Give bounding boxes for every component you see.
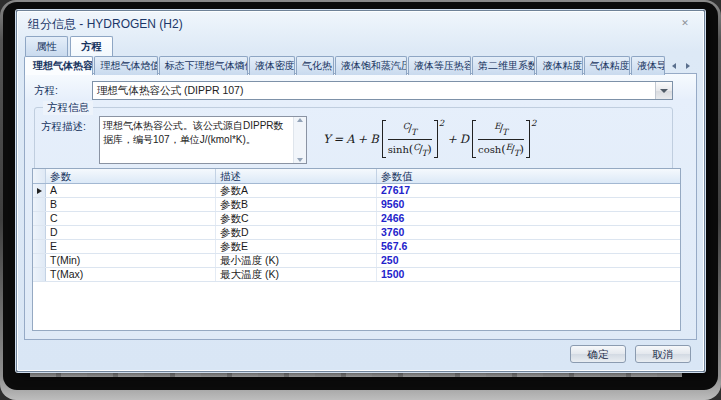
table-row[interactable]: A 参数A 27617 <box>33 184 680 198</box>
main-tab-strip: 属性 方程 <box>25 36 115 56</box>
chevron-down-icon <box>660 89 668 93</box>
component-info-dialog: 组分信息 - HYDROGEN (H2) ✕ 属性 方程 理想气体热容 理想气体… <box>16 10 705 372</box>
value-cell[interactable]: 250 <box>377 254 680 267</box>
header-param: 参数 <box>46 169 216 183</box>
tab-scroll-right-icon[interactable] <box>683 59 694 72</box>
equation-info-group: 方程信息 方程描述: 理想气体热容公式。该公式源自DIPPR数据库，编号107，… <box>34 107 673 171</box>
table-row[interactable]: E 参数E 567.6 <box>33 240 680 254</box>
equation-select[interactable]: 理想气体热容公式 (DIPPR 107) <box>92 81 673 100</box>
row-selector[interactable] <box>33 198 46 211</box>
row-selector[interactable] <box>33 254 46 267</box>
subtab-standard-ideal-gas-entropy[interactable]: 标态下理想气体熵值 <box>159 56 248 75</box>
titlebar[interactable]: 组分信息 - HYDROGEN (H2) ✕ <box>17 11 704 35</box>
table-empty-area <box>33 282 680 330</box>
subtab-second-virial-coefficient[interactable]: 第二维里系数 <box>472 56 535 75</box>
subtab-liquid-isobaric-heat-capacity[interactable]: 液体等压热容 <box>408 56 471 75</box>
equation-description-text: 理想气体热容公式。该公式源自DIPPR数据库，编号107，单位J/(kmol*K… <box>100 117 293 163</box>
ideal-gas-heat-capacity-page: 方程: 理想气体热容公式 (DIPPR 107) 方程信息 方程描述: 理想气体… <box>24 73 697 340</box>
value-cell[interactable]: 2466 <box>377 212 680 225</box>
param-cell[interactable]: A <box>46 184 216 197</box>
cancel-button[interactable]: 取消 <box>635 345 691 363</box>
dialog-title: 组分信息 - HYDROGEN (H2) <box>28 16 183 33</box>
subtab-gas-viscosity[interactable]: 气体粘度 <box>584 56 630 75</box>
param-cell[interactable]: E <box>46 240 216 253</box>
header-value: 参数值 <box>377 169 680 183</box>
table-row[interactable]: B 参数B 9560 <box>33 198 680 212</box>
row-selector-header <box>33 169 46 183</box>
row-selector[interactable] <box>33 240 46 253</box>
row-selector[interactable] <box>33 184 46 197</box>
combo-dropdown-button[interactable] <box>655 82 672 99</box>
table-row[interactable]: C 参数C 2466 <box>33 212 680 226</box>
ok-button[interactable]: 确定 <box>570 345 626 363</box>
table-header: 参数 描述 参数值 <box>33 169 680 184</box>
desc-cell: 最大温度 (K) <box>216 268 377 281</box>
scroll-up-icon[interactable] <box>297 118 303 122</box>
equation-description-box[interactable]: 理想气体热容公式。该公式源自DIPPR数据库，编号107，单位J/(kmol*K… <box>99 116 307 164</box>
tab-equations[interactable]: 方程 <box>70 36 113 56</box>
desc-cell: 最小温度 (K) <box>216 254 377 267</box>
bracket-term-sinh: C∕T sinh(C∕T) 2 <box>382 120 445 158</box>
row-selector[interactable] <box>33 226 46 239</box>
parameter-table: 参数 描述 参数值 A 参数A 27617 B 参数B 9560 C 参数C 2… <box>32 168 681 331</box>
bracket-term-cosh: E∕T cosh(E∕T) 2 <box>472 120 536 158</box>
desc-cell: 参数A <box>216 184 377 197</box>
param-cell[interactable]: C <box>46 212 216 225</box>
desc-cell: 参数D <box>216 226 377 239</box>
equation-label: 方程: <box>34 84 92 98</box>
desc-cell: 参数E <box>216 240 377 253</box>
value-cell[interactable]: 27617 <box>377 184 680 197</box>
desc-cell: 参数C <box>216 212 377 225</box>
subtab-liquid-conductivity[interactable]: 液体导 <box>631 56 665 75</box>
value-cell[interactable]: 9560 <box>377 198 680 211</box>
table-row[interactable]: T(Min) 最小温度 (K) 250 <box>33 254 680 268</box>
table-row[interactable]: T(Max) 最大温度 (K) 1500 <box>33 268 680 282</box>
equation-description-label: 方程描述: <box>41 120 86 134</box>
description-scrollbar[interactable] <box>293 117 306 163</box>
param-cell[interactable]: B <box>46 198 216 211</box>
param-cell[interactable]: T(Max) <box>46 268 216 281</box>
param-cell[interactable]: T(Min) <box>46 254 216 267</box>
row-selector[interactable] <box>33 212 46 225</box>
value-cell[interactable]: 567.6 <box>377 240 680 253</box>
equation-formula: Y = A + B C∕T sinh(C∕T) 2 + D <box>323 110 668 168</box>
param-cell[interactable]: D <box>46 226 216 239</box>
value-cell[interactable]: 1500 <box>377 268 680 281</box>
dialog-buttons: 确定 取消 <box>570 345 691 363</box>
equation-select-row: 方程: 理想气体热容公式 (DIPPR 107) <box>34 81 673 100</box>
scroll-down-icon[interactable] <box>297 158 303 162</box>
current-row-marker-icon <box>37 188 42 194</box>
equation-selected-value: 理想气体热容公式 (DIPPR 107) <box>93 82 655 99</box>
subtab-liquid-density[interactable]: 液体密度 <box>249 56 295 75</box>
row-selector[interactable] <box>33 268 46 281</box>
close-icon[interactable]: ✕ <box>678 17 692 29</box>
tab-scroll-left-icon[interactable] <box>669 59 680 72</box>
subtab-liquid-viscosity[interactable]: 液体粘度 <box>536 56 582 75</box>
subtab-ideal-gas-heat-capacity[interactable]: 理想气体热容 <box>24 56 93 75</box>
table-row[interactable]: D 参数D 3760 <box>33 226 680 240</box>
header-desc: 描述 <box>216 169 377 183</box>
tab-scroll-buttons <box>666 56 697 75</box>
subtab-ideal-gas-enthalpy[interactable]: 理想气体焓值 <box>94 56 157 75</box>
equation-info-group-label: 方程信息 <box>43 101 93 115</box>
subtab-heat-of-vaporization[interactable]: 气化热 <box>296 56 334 75</box>
tab-properties[interactable]: 属性 <box>25 36 68 56</box>
desc-cell: 参数B <box>216 198 377 211</box>
value-cell[interactable]: 3760 <box>377 226 680 239</box>
equation-tab-strip: 理想气体热容 理想气体焓值 标态下理想气体熵值 液体密度 气化热 液体饱和蒸汽压… <box>24 56 697 75</box>
subtab-liquid-saturated-vapor-pressure[interactable]: 液体饱和蒸汽压 <box>335 56 407 75</box>
